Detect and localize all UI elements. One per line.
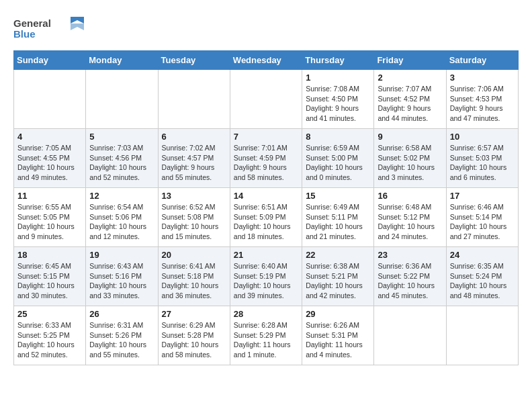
day-number: 25	[17, 309, 82, 319]
day-info: Sunrise: 6:49 AMSunset: 5:11 PMDaylight:…	[306, 202, 370, 242]
day-info: Sunrise: 6:54 AMSunset: 5:06 PMDaylight:…	[89, 202, 154, 242]
calendar-cell: 18Sunrise: 6:45 AMSunset: 5:15 PMDayligh…	[14, 247, 86, 306]
day-number: 8	[306, 132, 370, 142]
calendar-cell: 8Sunrise: 6:59 AMSunset: 5:00 PMDaylight…	[302, 129, 374, 188]
day-number: 1	[306, 73, 370, 83]
day-info: Sunrise: 6:41 AMSunset: 5:18 PMDaylight:…	[162, 261, 226, 301]
day-number: 23	[378, 250, 442, 260]
day-number: 27	[162, 309, 226, 319]
calendar-cell	[158, 70, 230, 129]
calendar-cell	[86, 70, 158, 129]
day-number: 6	[162, 132, 226, 142]
calendar-week-5: 25Sunrise: 6:33 AMSunset: 5:25 PMDayligh…	[14, 306, 519, 365]
day-number: 9	[378, 132, 442, 142]
calendar-cell: 2Sunrise: 7:07 AMSunset: 4:52 PMDaylight…	[374, 70, 446, 129]
calendar-cell: 3Sunrise: 7:06 AMSunset: 4:53 PMDaylight…	[446, 70, 518, 129]
weekday-header-friday: Friday	[374, 51, 446, 70]
calendar-table: SundayMondayTuesdayWednesdayThursdayFrid…	[13, 50, 519, 365]
weekday-header-row: SundayMondayTuesdayWednesdayThursdayFrid…	[14, 51, 519, 70]
day-info: Sunrise: 7:01 AMSunset: 4:59 PMDaylight:…	[234, 143, 298, 183]
day-info: Sunrise: 6:40 AMSunset: 5:19 PMDaylight:…	[234, 261, 298, 301]
day-number: 13	[162, 191, 226, 201]
day-number: 5	[89, 132, 154, 142]
day-number: 24	[450, 250, 515, 260]
day-info: Sunrise: 6:51 AMSunset: 5:09 PMDaylight:…	[234, 202, 298, 242]
day-info: Sunrise: 7:06 AMSunset: 4:53 PMDaylight:…	[450, 84, 515, 124]
calendar-cell: 24Sunrise: 6:35 AMSunset: 5:24 PMDayligh…	[446, 247, 518, 306]
calendar-cell	[14, 70, 86, 129]
day-number: 17	[450, 191, 515, 201]
day-number: 21	[234, 250, 298, 260]
calendar-cell: 20Sunrise: 6:41 AMSunset: 5:18 PMDayligh…	[158, 247, 230, 306]
calendar-cell: 7Sunrise: 7:01 AMSunset: 4:59 PMDaylight…	[230, 129, 302, 188]
calendar-cell: 14Sunrise: 6:51 AMSunset: 5:09 PMDayligh…	[230, 188, 302, 247]
day-info: Sunrise: 7:08 AMSunset: 4:50 PMDaylight:…	[306, 84, 370, 124]
calendar-cell: 29Sunrise: 6:26 AMSunset: 5:31 PMDayligh…	[302, 306, 374, 365]
day-info: Sunrise: 6:52 AMSunset: 5:08 PMDaylight:…	[162, 202, 226, 242]
day-info: Sunrise: 6:33 AMSunset: 5:25 PMDaylight:…	[17, 320, 82, 360]
day-info: Sunrise: 7:05 AMSunset: 4:55 PMDaylight:…	[17, 143, 82, 183]
weekday-header-wednesday: Wednesday	[230, 51, 302, 70]
svg-marker-3	[71, 24, 84, 30]
logo: General Blue	[13, 13, 87, 44]
day-info: Sunrise: 7:02 AMSunset: 4:57 PMDaylight:…	[162, 143, 226, 183]
day-number: 10	[450, 132, 515, 142]
calendar-cell: 4Sunrise: 7:05 AMSunset: 4:55 PMDaylight…	[14, 129, 86, 188]
day-info: Sunrise: 6:26 AMSunset: 5:31 PMDaylight:…	[306, 320, 370, 360]
day-info: Sunrise: 6:59 AMSunset: 5:00 PMDaylight:…	[306, 143, 370, 183]
day-info: Sunrise: 6:45 AMSunset: 5:15 PMDaylight:…	[17, 261, 82, 301]
day-info: Sunrise: 6:38 AMSunset: 5:21 PMDaylight:…	[306, 261, 370, 301]
day-number: 15	[306, 191, 370, 201]
svg-text:General: General	[13, 17, 51, 29]
day-number: 4	[17, 132, 82, 142]
calendar-cell: 15Sunrise: 6:49 AMSunset: 5:11 PMDayligh…	[302, 188, 374, 247]
day-info: Sunrise: 6:43 AMSunset: 5:16 PMDaylight:…	[89, 261, 154, 301]
day-number: 12	[89, 191, 154, 201]
calendar-cell: 10Sunrise: 6:57 AMSunset: 5:03 PMDayligh…	[446, 129, 518, 188]
weekday-header-sunday: Sunday	[14, 51, 86, 70]
day-info: Sunrise: 6:29 AMSunset: 5:28 PMDaylight:…	[162, 320, 226, 360]
calendar-cell: 9Sunrise: 6:58 AMSunset: 5:02 PMDaylight…	[374, 129, 446, 188]
calendar-cell: 5Sunrise: 7:03 AMSunset: 4:56 PMDaylight…	[86, 129, 158, 188]
calendar-cell: 16Sunrise: 6:48 AMSunset: 5:12 PMDayligh…	[374, 188, 446, 247]
day-info: Sunrise: 6:28 AMSunset: 5:29 PMDaylight:…	[234, 320, 298, 360]
calendar-week-4: 18Sunrise: 6:45 AMSunset: 5:15 PMDayligh…	[14, 247, 519, 306]
day-info: Sunrise: 6:48 AMSunset: 5:12 PMDaylight:…	[378, 202, 442, 242]
day-number: 20	[162, 250, 226, 260]
day-number: 18	[17, 250, 82, 260]
day-number: 26	[89, 309, 154, 319]
calendar-week-3: 11Sunrise: 6:55 AMSunset: 5:05 PMDayligh…	[14, 188, 519, 247]
weekday-header-thursday: Thursday	[302, 51, 374, 70]
svg-marker-2	[71, 17, 84, 24]
day-info: Sunrise: 6:46 AMSunset: 5:14 PMDaylight:…	[450, 202, 515, 242]
calendar-cell: 27Sunrise: 6:29 AMSunset: 5:28 PMDayligh…	[158, 306, 230, 365]
day-number: 14	[234, 191, 298, 201]
calendar-cell: 17Sunrise: 6:46 AMSunset: 5:14 PMDayligh…	[446, 188, 518, 247]
calendar-week-2: 4Sunrise: 7:05 AMSunset: 4:55 PMDaylight…	[14, 129, 519, 188]
calendar-cell: 25Sunrise: 6:33 AMSunset: 5:25 PMDayligh…	[14, 306, 86, 365]
calendar-cell: 1Sunrise: 7:08 AMSunset: 4:50 PMDaylight…	[302, 70, 374, 129]
day-number: 19	[89, 250, 154, 260]
calendar-cell: 28Sunrise: 6:28 AMSunset: 5:29 PMDayligh…	[230, 306, 302, 365]
calendar-cell	[374, 306, 446, 365]
day-info: Sunrise: 6:55 AMSunset: 5:05 PMDaylight:…	[17, 202, 82, 242]
calendar-cell: 6Sunrise: 7:02 AMSunset: 4:57 PMDaylight…	[158, 129, 230, 188]
day-number: 16	[378, 191, 442, 201]
day-number: 2	[378, 73, 442, 83]
day-info: Sunrise: 7:03 AMSunset: 4:56 PMDaylight:…	[89, 143, 154, 183]
svg-text:Blue: Blue	[13, 28, 36, 40]
day-number: 3	[450, 73, 515, 83]
calendar-cell: 21Sunrise: 6:40 AMSunset: 5:19 PMDayligh…	[230, 247, 302, 306]
calendar-cell	[230, 70, 302, 129]
day-info: Sunrise: 6:58 AMSunset: 5:02 PMDaylight:…	[378, 143, 442, 183]
day-number: 22	[306, 250, 370, 260]
calendar-cell: 12Sunrise: 6:54 AMSunset: 5:06 PMDayligh…	[86, 188, 158, 247]
day-number: 11	[17, 191, 82, 201]
day-info: Sunrise: 6:35 AMSunset: 5:24 PMDaylight:…	[450, 261, 515, 301]
calendar-cell	[446, 306, 518, 365]
page-header: General Blue	[13, 13, 519, 44]
weekday-header-saturday: Saturday	[446, 51, 518, 70]
calendar-cell: 11Sunrise: 6:55 AMSunset: 5:05 PMDayligh…	[14, 188, 86, 247]
calendar-cell: 26Sunrise: 6:31 AMSunset: 5:26 PMDayligh…	[86, 306, 158, 365]
calendar-cell: 19Sunrise: 6:43 AMSunset: 5:16 PMDayligh…	[86, 247, 158, 306]
